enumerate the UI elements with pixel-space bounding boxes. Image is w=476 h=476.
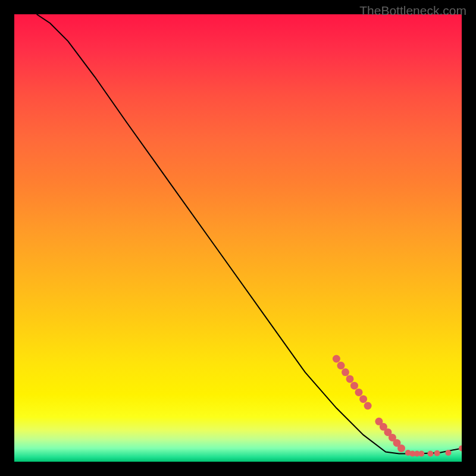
data-marker [359,395,367,403]
data-marker [397,444,405,452]
marker-group [333,355,462,457]
data-marker [445,450,451,456]
curve-line [37,14,462,454]
data-marker [418,451,424,457]
bottleneck-curve-path [37,14,462,454]
data-marker [346,375,354,383]
data-marker [337,362,345,369]
watermark-text: TheBottleneck.com [359,4,466,18]
plot-area [14,14,462,462]
data-marker [355,389,363,396]
chart-svg [14,14,462,462]
data-marker [459,445,462,451]
data-marker [342,368,349,376]
data-marker [427,451,433,457]
data-marker [434,450,440,456]
data-marker [364,402,372,410]
data-marker [333,355,340,363]
data-marker [350,382,358,390]
